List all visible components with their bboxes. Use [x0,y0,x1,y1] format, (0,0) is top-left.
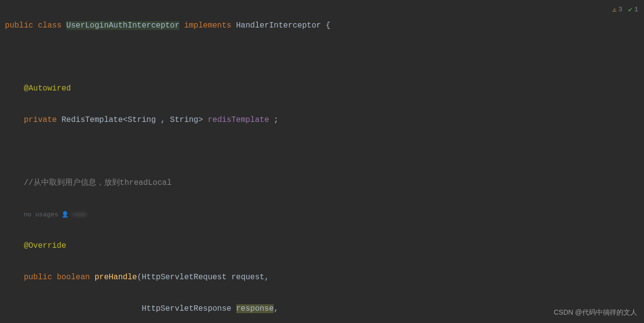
code-line[interactable]: private RedisTemplate<String , String> r… [5,112,639,128]
brace-open: { [326,21,331,30]
keyword-boolean: boolean [57,273,90,282]
warnings-indicator[interactable]: ⚠ 3 [613,3,622,17]
param-name: request [231,273,264,282]
param-name: response [236,304,274,313]
author-name: name [72,208,87,221]
check-count: 1 [634,3,638,16]
code-line[interactable]: public class UserLoginAuthInterceptor im… [5,18,639,33]
method-name: preHandle [94,273,137,282]
code-editor[interactable]: public class UserLoginAuthInterceptor im… [0,0,644,323]
code-line-empty[interactable] [5,144,639,159]
type-name: RedisTemplate [61,116,123,124]
comment: //从中取到用户信息，放到threadLocal [24,178,171,187]
code-line[interactable]: //从中取到用户信息，放到threadLocal [5,175,639,191]
warning-count: 3 [618,3,622,16]
code-line[interactable]: public boolean preHandle(HttpServletRequ… [5,269,639,285]
generic-type: String [170,116,198,124]
interface-name: HandlerInterceptor [236,21,321,30]
keyword-implements: implements [184,21,231,30]
keyword-public: public [5,21,33,30]
checks-indicator[interactable]: ✔ 1 [628,3,638,17]
generic-type: String [128,116,156,124]
watermark: CSDN @代码中徜徉的文人 [554,305,637,319]
usage-hint[interactable]: no usages 👤 name [24,208,86,221]
field-name: redisTemplate [208,116,269,124]
annotation: @Override [24,241,66,250]
param-type: HttpServletRequest [141,273,226,282]
code-line[interactable]: HttpServletResponse response, [5,301,639,317]
class-name: UserLoginAuthInterceptor [66,21,179,30]
code-line-empty[interactable] [5,49,639,65]
status-bar: ⚠ 3 ✔ 1 [613,3,639,17]
keyword-class: class [38,21,61,30]
warning-icon: ⚠ [613,3,616,17]
user-icon: 👤 [61,209,69,221]
check-icon: ✔ [628,3,632,17]
annotation: @Autowired [24,84,71,93]
param-type: HttpServletResponse [141,304,231,313]
code-line[interactable]: @Autowired [5,81,639,96]
keyword-private: private [24,116,56,124]
code-line[interactable]: no usages 👤 name [5,206,639,222]
keyword-public: public [24,273,52,282]
code-line[interactable]: @Override [5,238,639,254]
